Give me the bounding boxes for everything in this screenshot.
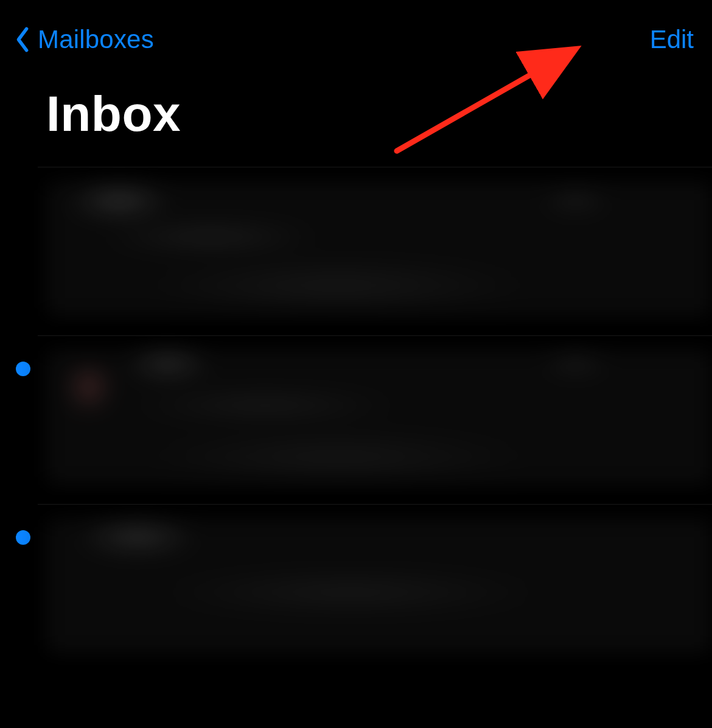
page-title: Inbox	[0, 67, 712, 167]
message-preview-blurred	[46, 519, 712, 653]
back-label: Mailboxes	[38, 25, 154, 54]
message-row[interactable]	[38, 167, 712, 335]
message-row[interactable]	[38, 504, 712, 673]
unread-dot-icon	[16, 530, 30, 545]
message-list[interactable]	[0, 167, 712, 673]
chevron-left-icon	[11, 24, 34, 55]
message-preview-blurred	[46, 351, 712, 485]
message-preview-blurred	[46, 182, 712, 316]
unread-dot-icon	[16, 362, 30, 376]
nav-bar: Mailboxes Edit	[0, 0, 712, 67]
message-row[interactable]	[38, 335, 712, 504]
edit-button[interactable]: Edit	[650, 25, 694, 54]
back-button[interactable]: Mailboxes	[11, 24, 154, 55]
